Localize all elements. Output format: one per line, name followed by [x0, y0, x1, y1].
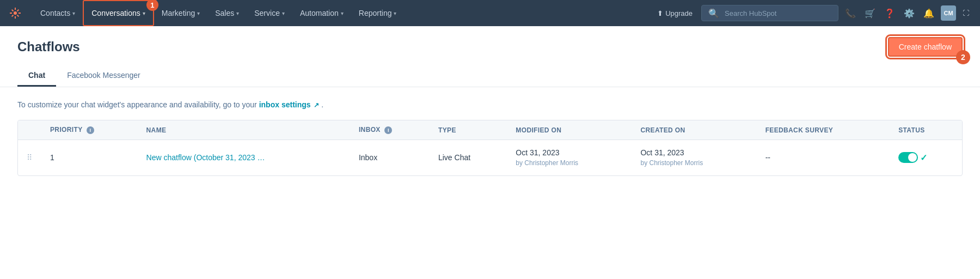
- created-on-cell: Oct 31, 2023 by Christopher Morris: [632, 140, 756, 175]
- drag-handle-icon[interactable]: ⠿: [27, 153, 33, 162]
- hubspot-logo[interactable]: [9, 7, 22, 20]
- feedback-survey-cell: --: [757, 140, 890, 175]
- main-content: To customize your chat widget's appearan…: [0, 87, 980, 189]
- search-icon: 🔍: [706, 6, 721, 21]
- nav-contacts[interactable]: Contacts ▾: [33, 0, 83, 26]
- nav-reporting[interactable]: Reporting ▾: [351, 0, 405, 26]
- chatflow-name-link[interactable]: New chatflow (October 31, 2023 …: [146, 153, 265, 162]
- col-created-on: CREATED ON: [632, 120, 756, 140]
- chevron-down-icon: ▾: [197, 10, 200, 16]
- nav-marketing[interactable]: Marketing ▾: [154, 0, 207, 26]
- priority-cell: 1: [41, 140, 138, 175]
- page-title: Chatflows: [17, 39, 80, 54]
- tab-facebook-messenger[interactable]: Facebook Messenger: [56, 65, 151, 87]
- col-name: NAME: [138, 120, 350, 140]
- nav-menu: Contacts ▾ Conversations ▾ 1 Marketing ▾…: [33, 0, 653, 26]
- tab-bar: Chat Facebook Messenger: [17, 65, 963, 87]
- svg-point-0: [14, 11, 17, 15]
- chevron-down-icon: ▾: [394, 10, 396, 16]
- chevron-down-icon: ▾: [143, 10, 145, 16]
- type-cell: Live Chat: [430, 140, 507, 175]
- create-chatflow-button[interactable]: Create chatflow: [888, 37, 963, 57]
- chevron-down-icon: ▾: [282, 10, 285, 16]
- upgrade-button[interactable]: ⬆ Upgrade: [653, 9, 697, 17]
- chevron-down-icon: ▾: [236, 10, 239, 16]
- chevron-down-icon: ▾: [72, 10, 75, 16]
- col-priority: PRIORITY i: [41, 120, 138, 140]
- annotation-badge-2: 2: [956, 50, 970, 64]
- expand-icon[interactable]: ⛶: [960, 7, 971, 19]
- inbox-settings-link[interactable]: inbox settings ↗: [259, 100, 322, 109]
- col-inbox: INBOX i: [350, 120, 430, 140]
- toggle-check-icon: ✓: [920, 153, 927, 163]
- search-input[interactable]: [725, 9, 834, 17]
- nav-service[interactable]: Service ▾: [247, 0, 292, 26]
- info-text: To customize your chat widget's appearan…: [17, 100, 963, 109]
- nav-right-section: ⬆ Upgrade 🔍 📞 🛒 ❓ ⚙️ 🔔 CM ⛶: [653, 5, 971, 21]
- modified-on-cell: Oct 31, 2023 by Christopher Morris: [507, 140, 632, 175]
- table-header-row: PRIORITY i NAME INBOX i TYPE MODIFIED ON: [18, 120, 962, 140]
- subheader-top: Chatflows Create chatflow 2: [17, 37, 963, 57]
- name-cell: New chatflow (October 31, 2023 …: [138, 140, 350, 175]
- cart-icon[interactable]: 🛒: [862, 6, 878, 21]
- phone-icon[interactable]: 📞: [843, 6, 858, 21]
- col-feedback-survey: FEEDBACK SURVEY: [757, 120, 890, 140]
- inbox-info-icon[interactable]: i: [384, 126, 392, 134]
- inbox-cell: Inbox: [350, 140, 430, 175]
- nav-automation[interactable]: Automation ▾: [292, 0, 351, 26]
- top-navigation: Contacts ▾ Conversations ▾ 1 Marketing ▾…: [0, 0, 980, 26]
- status-toggle-wrap: ✓: [898, 152, 953, 163]
- avatar[interactable]: CM: [941, 5, 956, 21]
- table-row: ⠿ 1 New chatflow (October 31, 2023 … Inb…: [18, 140, 962, 175]
- chatflows-table: PRIORITY i NAME INBOX i TYPE MODIFIED ON: [17, 120, 963, 175]
- chevron-down-icon: ▾: [341, 10, 344, 16]
- drag-handle-cell: ⠿: [18, 140, 41, 175]
- annotation-badge-1: 1: [146, 0, 158, 11]
- bell-icon[interactable]: 🔔: [921, 6, 936, 21]
- nav-conversations[interactable]: Conversations ▾ 1: [83, 0, 154, 26]
- status-cell: ✓: [890, 140, 962, 175]
- status-toggle[interactable]: [898, 152, 918, 163]
- col-drag: [18, 120, 41, 140]
- search-bar[interactable]: 🔍: [701, 5, 838, 21]
- priority-info-icon[interactable]: i: [87, 126, 94, 134]
- create-chatflow-wrapper: Create chatflow 2: [888, 37, 963, 57]
- settings-icon[interactable]: ⚙️: [902, 6, 917, 21]
- col-type: TYPE: [430, 120, 507, 140]
- nav-sales[interactable]: Sales ▾: [207, 0, 247, 26]
- tab-chat[interactable]: Chat: [17, 65, 56, 87]
- page-subheader: Chatflows Create chatflow 2 Chat Faceboo…: [0, 26, 980, 87]
- external-link-icon: ↗: [314, 101, 319, 109]
- help-icon[interactable]: ❓: [882, 6, 897, 21]
- col-status: STATUS: [890, 120, 962, 140]
- col-modified-on: MODIFIED ON: [507, 120, 632, 140]
